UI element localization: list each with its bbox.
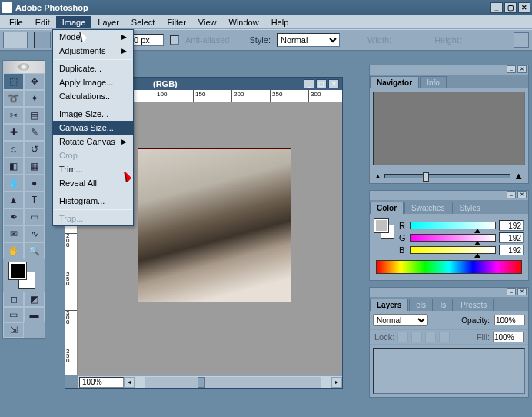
tool-healing[interactable]: ✚ xyxy=(3,124,24,141)
minimize-button[interactable]: _ xyxy=(490,2,503,13)
navigator-preview[interactable] xyxy=(373,92,525,165)
tab-layers-layers[interactable]: Layers xyxy=(370,299,408,311)
doc-close-button[interactable]: ✕ xyxy=(328,79,339,88)
maximize-button[interactable]: ▢ xyxy=(504,2,517,13)
menuitem-reveal-all[interactable]: Reveal All xyxy=(53,176,133,190)
screen-full-menus[interactable]: ▬ xyxy=(24,307,45,322)
h-scrollbar[interactable] xyxy=(145,377,321,388)
menu-edit[interactable]: Edit xyxy=(29,16,56,28)
tool-path-select[interactable]: ▲ xyxy=(3,192,24,208)
menu-window[interactable]: Window xyxy=(223,16,265,28)
tool-gradient[interactable]: ▦ xyxy=(24,158,45,175)
tab-color-swatches[interactable]: Swatches xyxy=(404,202,451,214)
tab-nav-info[interactable]: Info xyxy=(420,76,447,88)
tool-lasso[interactable]: ➰ xyxy=(3,90,24,107)
tab-nav-navigator[interactable]: Navigator xyxy=(370,76,419,88)
tool-slice[interactable]: ▤ xyxy=(24,107,45,124)
tool-marquee[interactable]: ⬚ xyxy=(3,73,24,90)
feather-input[interactable] xyxy=(131,34,164,46)
doc-minimize-button[interactable]: _ xyxy=(304,79,314,88)
tool-pen[interactable]: ✒ xyxy=(3,208,24,225)
fill-input[interactable] xyxy=(493,332,524,342)
zoom-field[interactable]: 100% xyxy=(79,377,124,388)
tool-crop[interactable]: ✂ xyxy=(3,107,24,124)
tool-wand[interactable]: ✦ xyxy=(24,90,45,107)
navigator-zoom-slider[interactable] xyxy=(384,174,510,178)
tab-layers-trunc[interactable]: els xyxy=(409,299,433,311)
menuitem-apply-image-[interactable]: Apply Image... xyxy=(53,75,133,89)
scroll-right-button[interactable]: ▸ xyxy=(331,377,342,388)
foreground-color-swatch[interactable] xyxy=(9,262,26,279)
scroll-left-button[interactable]: ◂ xyxy=(124,377,135,388)
tool-zoom[interactable]: 🔍 xyxy=(24,242,45,259)
zoom-out-icon[interactable]: ▲ xyxy=(374,172,381,180)
tab-color-color[interactable]: Color xyxy=(370,202,404,214)
tool-eraser[interactable]: ◧ xyxy=(3,158,24,175)
tool-notes[interactable]: ✉ xyxy=(3,225,24,242)
menuitem-image-size-[interactable]: Image Size... xyxy=(53,107,133,121)
r-slider[interactable] xyxy=(410,222,496,229)
toolbox-header[interactable] xyxy=(3,61,45,73)
quickmask-on[interactable]: ◩ xyxy=(24,292,45,307)
screen-full[interactable]: ⇲ xyxy=(3,322,24,338)
marquee-rect-icon[interactable] xyxy=(34,32,51,48)
panel-collapse-button[interactable]: – xyxy=(507,65,516,73)
tool-type[interactable]: T xyxy=(24,192,45,208)
tool-shape[interactable]: ▭ xyxy=(24,208,45,225)
close-button[interactable]: ✕ xyxy=(518,2,530,13)
panel-close-button[interactable]: ✕ xyxy=(517,65,527,73)
menu-filter[interactable]: Filter xyxy=(161,16,191,28)
menu-help[interactable]: Help xyxy=(265,16,295,28)
tool-stamp[interactable]: ⎌ xyxy=(3,141,24,158)
menuitem-histogram-[interactable]: Histogram... xyxy=(53,194,133,208)
opacity-input[interactable] xyxy=(494,315,525,325)
b-input[interactable] xyxy=(499,245,524,255)
layers-list[interactable] xyxy=(373,348,525,394)
tool-history-brush[interactable]: ↺ xyxy=(24,141,45,158)
color-panel-swatches[interactable] xyxy=(374,219,394,239)
zoom-in-icon[interactable]: ▲ xyxy=(514,170,524,182)
tool-move[interactable]: ✥ xyxy=(24,73,45,90)
lock-transparency-button[interactable] xyxy=(397,332,408,342)
r-input[interactable] xyxy=(499,220,524,231)
antialiased-checkbox[interactable] xyxy=(170,35,179,45)
quickmask-off[interactable]: ◻ xyxy=(3,292,24,307)
canvas-image[interactable] xyxy=(138,148,291,302)
lock-all-button[interactable] xyxy=(439,332,450,342)
doc-maximize-button[interactable]: ▢ xyxy=(316,79,327,88)
color-spectrum[interactable] xyxy=(376,260,522,274)
panel-close-button[interactable]: ✕ xyxy=(517,191,527,198)
menuitem-duplicate-[interactable]: Duplicate... xyxy=(53,62,133,75)
tool-brush[interactable]: ✎ xyxy=(24,124,45,141)
menu-image[interactable]: Image xyxy=(56,16,92,28)
menu-select[interactable]: Select xyxy=(125,16,161,28)
tab-color-styles[interactable]: Styles xyxy=(452,202,487,214)
tab-layers-trunc[interactable]: ls xyxy=(434,299,453,311)
menu-layer[interactable]: Layer xyxy=(91,16,125,28)
panel-collapse-button[interactable]: – xyxy=(507,191,516,198)
menuitem-adjustments[interactable]: Adjustments▶ xyxy=(53,44,133,58)
tool-blur[interactable]: 💧 xyxy=(3,175,24,192)
tool-hand[interactable]: ✋ xyxy=(3,242,24,259)
menuitem-trim-[interactable]: Trim... xyxy=(53,162,133,176)
b-slider[interactable] xyxy=(410,246,496,254)
menuitem-canvas-size-[interactable]: Canvas Size... xyxy=(53,121,133,135)
menuitem-mode[interactable]: Mode▶ xyxy=(53,30,133,44)
tool-eyedropper[interactable]: ∿ xyxy=(24,225,45,242)
screen-standard[interactable]: ▭ xyxy=(3,307,24,322)
tool-dodge[interactable]: ● xyxy=(24,175,45,192)
menuitem-calculations-[interactable]: Calculations... xyxy=(53,89,133,103)
panel-collapse-button[interactable]: – xyxy=(507,288,516,295)
tab-layers-trunc[interactable]: Presets xyxy=(454,299,494,311)
style-select[interactable]: Normal xyxy=(277,33,340,47)
panel-close-button[interactable]: ✕ xyxy=(517,288,527,295)
blend-mode-select[interactable]: Normal xyxy=(373,314,428,326)
h-scroll-thumb[interactable] xyxy=(198,377,205,388)
g-slider[interactable] xyxy=(410,234,496,242)
menuitem-rotate-canvas[interactable]: Rotate Canvas▶ xyxy=(53,135,133,148)
menu-view[interactable]: View xyxy=(192,16,223,28)
lock-image-button[interactable] xyxy=(411,332,422,342)
lock-position-button[interactable] xyxy=(425,332,436,342)
menu-file[interactable]: File xyxy=(3,16,29,28)
palette-well-button[interactable] xyxy=(514,32,529,48)
